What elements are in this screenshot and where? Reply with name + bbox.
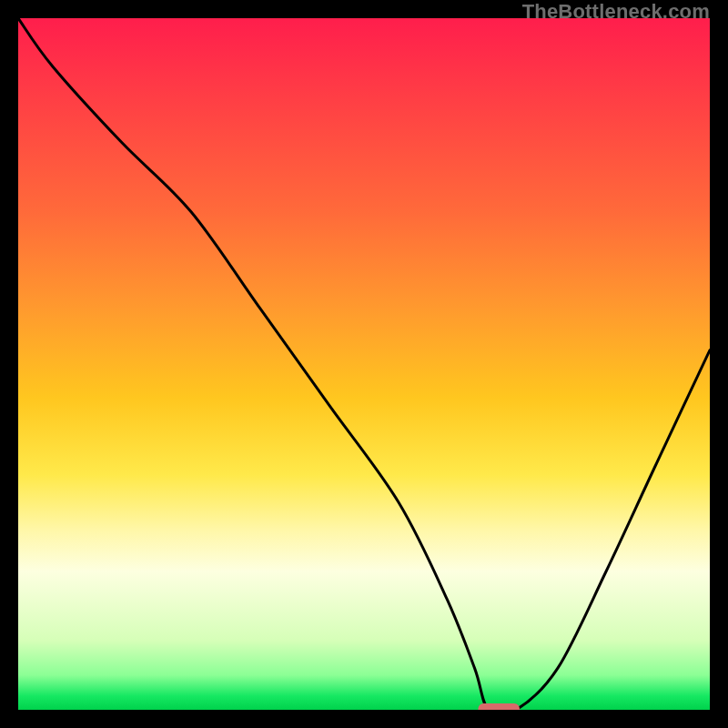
curve-layer xyxy=(18,18,710,710)
optimal-marker xyxy=(478,703,520,710)
plot-area xyxy=(18,18,710,710)
chart-frame: TheBottleneck.com xyxy=(0,0,728,728)
bottleneck-curve xyxy=(18,18,710,710)
